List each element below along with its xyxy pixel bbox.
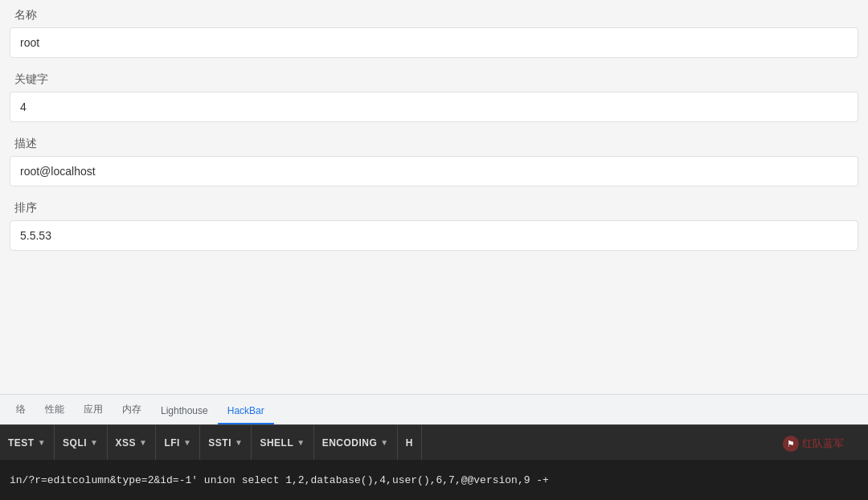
shell-chevron-icon: ▼ bbox=[297, 438, 305, 447]
url-input[interactable] bbox=[10, 474, 858, 486]
description-label: 描述 bbox=[10, 137, 858, 151]
lfi-label: LFI bbox=[164, 437, 180, 449]
tab-network[interactable]: 络 bbox=[6, 396, 35, 424]
name-group: 名称 bbox=[10, 0, 858, 64]
hackbar-shell-button[interactable]: SHELL ▼ bbox=[252, 425, 313, 461]
h-label: H bbox=[406, 437, 413, 449]
watermark: ⚑ 红队蓝军 bbox=[783, 436, 844, 452]
devtools-tab-bar: 络 性能 应用 内存 Lighthouse HackBar bbox=[0, 394, 868, 424]
hackbar-sqli-button[interactable]: SQLI ▼ bbox=[55, 425, 107, 461]
description-input[interactable] bbox=[10, 156, 858, 186]
form-area: 名称 关键字 描述 排序 bbox=[0, 0, 868, 394]
tab-hackbar[interactable]: HackBar bbox=[218, 399, 274, 424]
tab-performance[interactable]: 性能 bbox=[35, 396, 74, 424]
ssti-chevron-icon: ▼ bbox=[235, 438, 243, 447]
xss-label: XSS bbox=[116, 437, 137, 449]
tab-lighthouse[interactable]: Lighthouse bbox=[151, 399, 218, 424]
hackbar-ssti-button[interactable]: SSTI ▼ bbox=[200, 425, 252, 461]
watermark-text: 红队蓝军 bbox=[802, 436, 844, 451]
keyword-label: 关键字 bbox=[10, 72, 858, 87]
hackbar-lfi-button[interactable]: LFI ▼ bbox=[156, 425, 200, 461]
order-input[interactable] bbox=[10, 220, 858, 251]
hackbar-xss-button[interactable]: XSS ▼ bbox=[108, 425, 157, 461]
test-label: TEST bbox=[8, 437, 35, 449]
hackbar-toolbar: TEST ▼ SQLI ▼ XSS ▼ LFI ▼ SSTI ▼ SHELL ▼… bbox=[0, 424, 868, 460]
test-chevron-icon: ▼ bbox=[38, 438, 46, 447]
sqli-label: SQLI bbox=[63, 437, 87, 449]
order-group: 排序 bbox=[10, 193, 858, 257]
hackbar-h-button[interactable]: H bbox=[398, 425, 422, 461]
xss-chevron-icon: ▼ bbox=[139, 438, 147, 447]
tab-application[interactable]: 应用 bbox=[74, 396, 113, 424]
tab-memory[interactable]: 内存 bbox=[113, 396, 151, 424]
name-label: 名称 bbox=[10, 8, 858, 23]
keyword-input[interactable] bbox=[10, 92, 858, 122]
shell-label: SHELL bbox=[260, 437, 293, 449]
order-label: 排序 bbox=[10, 201, 858, 215]
ssti-label: SSTI bbox=[208, 437, 231, 449]
url-bar bbox=[0, 460, 868, 500]
lfi-chevron-icon: ▼ bbox=[183, 438, 191, 447]
watermark-icon: ⚑ bbox=[783, 436, 799, 452]
description-group: 描述 bbox=[10, 129, 858, 193]
name-input[interactable] bbox=[10, 27, 858, 58]
sqli-chevron-icon: ▼ bbox=[90, 438, 98, 447]
keyword-group: 关键字 bbox=[10, 64, 858, 129]
encoding-label: ENCODING bbox=[322, 437, 378, 449]
hackbar-encoding-button[interactable]: ENCODING ▼ bbox=[314, 425, 398, 461]
hackbar-test-button[interactable]: TEST ▼ bbox=[0, 425, 55, 461]
encoding-chevron-icon: ▼ bbox=[380, 438, 388, 447]
